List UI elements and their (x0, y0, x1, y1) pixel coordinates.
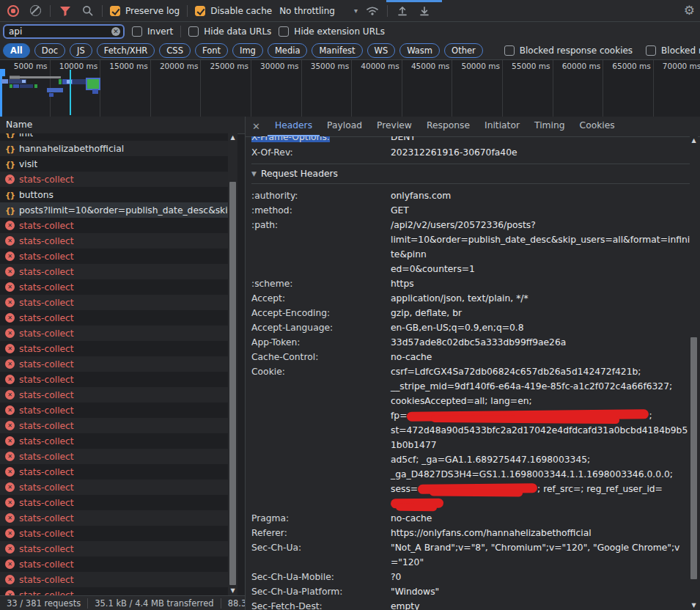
request-row-stats-collect[interactable]: ✕stats-collect (0, 295, 229, 310)
request-row-stats-collect[interactable]: ✕stats-collect (0, 279, 229, 295)
disable-cache-checkbox[interactable]: Disable cache (195, 6, 272, 16)
network-overview[interactable]: 5000 ms10000 ms15000 ms20000 ms25000 ms3… (0, 60, 700, 117)
scroll-down-icon[interactable]: ▼ (228, 587, 237, 595)
overview-grid-cell: 60000 ms (553, 60, 604, 117)
clear-filter-icon[interactable]: ✕ (111, 27, 120, 36)
details-scrollbar[interactable]: ▲ ▼ (690, 136, 698, 610)
header-value: "Windows" (391, 584, 692, 599)
tab-cookies[interactable]: Cookies (572, 117, 622, 136)
header-row-scheme: :scheme:https (251, 276, 692, 291)
waterfall-bar (73, 79, 86, 84)
requests-scrollbar[interactable]: ▲ ▼ (228, 133, 237, 595)
filter-pill-all[interactable]: All (3, 43, 30, 58)
request-row-stats-collect[interactable]: ✕stats-collect (0, 249, 229, 264)
filter-toggle-button[interactable] (58, 4, 73, 18)
hide-data-urls-checkbox[interactable]: Hide data URLs (188, 26, 271, 37)
request-row-stats-collect[interactable]: ✕stats-collect (0, 341, 229, 356)
request-row-stats-collect[interactable]: ✕stats-collect (0, 464, 229, 479)
error-icon: ✕ (5, 313, 15, 323)
request-row-stats-collect[interactable]: ✕stats-collect (0, 449, 229, 464)
request-row-posts-limit-10-order-publish-d[interactable]: {}posts?limit=10&order=publish_date_desc… (0, 202, 229, 218)
clear-button[interactable] (28, 4, 43, 18)
error-icon: ✕ (5, 421, 15, 430)
import-har-button[interactable] (395, 4, 410, 18)
request-row-stats-collect[interactable]: ✕stats-collect (0, 387, 229, 403)
request-row-stats-collect[interactable]: ✕stats-collect (0, 526, 229, 541)
scrollbar-thumb[interactable] (229, 182, 236, 585)
request-row-init[interactable]: {}init (0, 133, 229, 141)
blocked-requests-checkbox[interactable]: Blocked requests (646, 45, 700, 56)
filter-pill-media[interactable]: Media (268, 43, 308, 58)
request-row-stats-collect[interactable]: ✕stats-collect (0, 233, 229, 249)
preserve-log-checkbox[interactable]: Preserve log (110, 6, 180, 16)
overview-grid-cell: 30000 ms (251, 60, 302, 117)
filter-pill-manifest[interactable]: Manifest (312, 43, 362, 58)
request-row-stats-collect[interactable]: ✕stats-collect (0, 556, 229, 572)
throttling-select[interactable]: No throttling ▾ (279, 6, 358, 16)
record-button[interactable] (6, 4, 21, 18)
tab-timing[interactable]: Timing (527, 117, 572, 136)
selected-header-name: X-Frame-Options: (251, 136, 330, 142)
request-row-stats-collect[interactable]: ✕stats-collect (0, 218, 229, 233)
request-row-stats-collect[interactable]: ✕stats-collect (0, 356, 229, 372)
close-icon[interactable]: ✕ (246, 121, 268, 132)
scrollbar-thumb[interactable] (690, 337, 697, 579)
filter-pill-other[interactable]: Other (444, 43, 483, 58)
overview-tick-label: 60000 ms (553, 60, 603, 70)
header-row-pragma: Pragma:no-cache (251, 511, 692, 526)
header-row-authority: :authority:onlyfans.com (251, 188, 692, 203)
request-row-stats-collect[interactable]: ✕stats-collect (0, 403, 229, 418)
tab-preview[interactable]: Preview (369, 117, 419, 136)
header-value: no-cache (391, 350, 692, 364)
chevron-down-icon: ▾ (354, 7, 358, 15)
filter-pill-img[interactable]: Img (232, 43, 263, 58)
invert-checkbox[interactable]: Invert (132, 26, 173, 37)
filter-pill-doc[interactable]: Doc (34, 43, 65, 58)
filter-pill-wasm[interactable]: Wasm (399, 43, 440, 58)
tab-response[interactable]: Response (419, 117, 477, 136)
filter-pill-ws[interactable]: WS (367, 43, 396, 58)
scroll-down-icon[interactable]: ▼ (690, 601, 698, 610)
request-row-buttons[interactable]: {}buttons (0, 187, 229, 202)
json-resource-icon: {} (5, 206, 15, 215)
filter-pill-fetch-xhr[interactable]: Fetch/XHR (97, 43, 155, 58)
request-row-visit[interactable]: {}visit (0, 156, 229, 172)
request-headers-section-toggle[interactable]: ▼ Request Headers (251, 163, 692, 184)
request-row-stats-collect[interactable]: ✕stats-collect (0, 172, 229, 187)
request-row-hannahelizabethofficial[interactable]: {}hannahelizabethofficial (0, 141, 229, 156)
filter-pill-font[interactable]: Font (195, 43, 228, 58)
request-row-stats-collect[interactable]: ✕stats-collect (0, 572, 229, 587)
blocked-response-cookies-checkbox[interactable]: Blocked response cookies (504, 45, 633, 56)
request-row-stats-collect[interactable]: ✕stats-collect (0, 264, 229, 279)
request-row-stats-collect[interactable]: ✕stats-collect (0, 510, 229, 526)
tab-initiator[interactable]: Initiator (477, 117, 527, 136)
filter-pill-js[interactable]: JS (70, 43, 92, 58)
request-row-stats-collect[interactable]: ✕stats-collect (0, 433, 229, 449)
filter-pill-css[interactable]: CSS (159, 43, 191, 58)
value-text: https (391, 279, 414, 289)
request-row-stats-collect[interactable]: ✕stats-collect (0, 372, 229, 387)
overview-grid-cell: 20000 ms (151, 60, 202, 117)
name-column-header[interactable]: Name (0, 117, 245, 134)
export-har-button[interactable] (417, 4, 432, 18)
header-name: Referer: (251, 526, 391, 540)
tab-payload[interactable]: Payload (320, 117, 369, 136)
network-conditions-button[interactable] (365, 4, 380, 18)
hide-extension-urls-checkbox[interactable]: Hide extension URLs (279, 26, 385, 37)
request-row-stats-collect[interactable]: ✕stats-collect (0, 541, 229, 556)
request-row-stats-collect[interactable]: ✕stats-collect (0, 495, 229, 510)
filter-input[interactable] (4, 26, 104, 37)
tab-headers[interactable]: Headers (268, 117, 320, 136)
redaction-scribble (391, 499, 443, 509)
request-row-stats-collect[interactable]: ✕stats-collect (0, 479, 229, 495)
settings-gear-icon[interactable]: ⚙ (684, 3, 695, 18)
request-row-stats-collect[interactable]: ✕stats-collect (0, 418, 229, 433)
search-button[interactable] (80, 4, 95, 18)
error-icon: ✕ (5, 498, 15, 507)
request-row-stats-collect[interactable]: ✕stats-collect (0, 310, 229, 326)
request-row-stats-collect[interactable]: ✕stats-collect (0, 587, 229, 595)
scroll-up-icon[interactable]: ▲ (228, 133, 237, 142)
request-row-stats-collect[interactable]: ✕stats-collect (0, 326, 229, 341)
scroll-up-icon[interactable]: ▲ (690, 136, 698, 145)
request-name: stats-collect (19, 529, 74, 539)
